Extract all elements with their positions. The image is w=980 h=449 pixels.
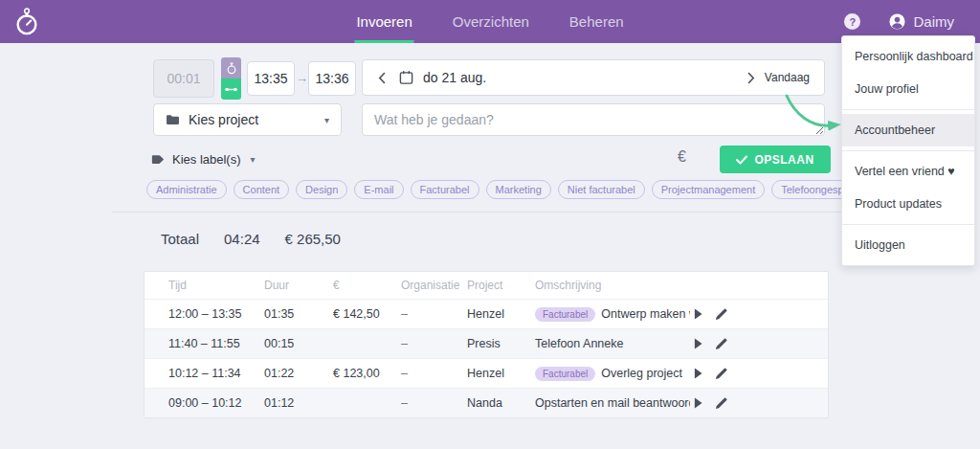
row-actions xyxy=(690,338,727,350)
cell-bedrag: € 142,50 xyxy=(333,307,401,321)
cell-omschrijving: Telefoon Anneke xyxy=(535,337,690,350)
end-time-input[interactable] xyxy=(308,61,356,96)
entries-table: Tijd Duur € Organisatie Project Omschrij… xyxy=(144,271,829,418)
project-select-label: Kies project xyxy=(189,112,258,127)
total-amount: € 265,50 xyxy=(285,231,341,247)
total-duration: 04:24 xyxy=(224,231,260,247)
labels-dropdown-label: Kies label(s) xyxy=(172,152,241,167)
totals-label: Totaal xyxy=(161,231,199,247)
play-icon[interactable] xyxy=(694,368,702,379)
tab-overzichten[interactable]: Overzichten xyxy=(451,0,531,43)
description-text: Overleg project xyxy=(601,367,682,380)
cell-tijd: 11:40 – 11:55 xyxy=(145,337,264,350)
col-header-organisatie: Organisatie xyxy=(401,279,467,292)
folder-icon xyxy=(166,114,180,125)
label-pill[interactable]: Niet facturabel xyxy=(558,180,645,199)
stopwatch-logo-icon[interactable] xyxy=(13,7,40,40)
menu-item-jouw-profiel[interactable]: Jouw profiel xyxy=(842,73,974,105)
cell-tijd: 12:00 – 13:35 xyxy=(145,307,264,321)
cell-project: Henzel xyxy=(467,367,535,380)
cell-organisatie: – xyxy=(401,337,467,350)
current-date-label[interactable]: do 21 aug. xyxy=(423,70,486,85)
calendar-icon xyxy=(399,70,413,85)
edit-icon[interactable] xyxy=(715,308,727,321)
today-button[interactable]: Vandaag xyxy=(765,71,824,84)
label-options-row: Administratie Content Design E-mail Fact… xyxy=(146,180,759,199)
timer-display: 00:01 xyxy=(153,59,214,98)
description-text: Ontwerp maken we... xyxy=(601,307,690,321)
section-divider xyxy=(112,212,868,213)
cell-organisatie: – xyxy=(401,396,467,410)
cell-duur: 01:12 xyxy=(264,396,333,410)
col-header-euro: € xyxy=(333,279,401,292)
menu-item-persoonlijk-dashboard[interactable]: Persoonlijk dashboard xyxy=(842,40,974,73)
time-mode-toggle[interactable] xyxy=(221,57,241,100)
start-time-input[interactable] xyxy=(247,61,295,96)
menu-item-accountbeheer[interactable]: Accountbeheer xyxy=(842,114,974,146)
cell-project: Presis xyxy=(467,337,535,350)
label-pill[interactable]: Marketing xyxy=(486,180,551,199)
user-name: Daimy xyxy=(913,13,954,30)
label-pill[interactable]: E-mail xyxy=(354,180,403,199)
cell-duur: 01:35 xyxy=(264,307,333,321)
totals-row: Totaal 04:24 € 265,50 xyxy=(161,231,341,247)
cell-bedrag: € 123,00 xyxy=(333,367,401,380)
help-icon[interactable]: ? xyxy=(844,13,860,30)
cell-organisatie: – xyxy=(401,367,467,380)
table-row: 11:40 – 11:55 00:15 – Presis Telefoon An… xyxy=(145,328,828,358)
description-text: Opstarten en mail beantwoord... xyxy=(535,396,690,410)
menu-item-uitloggen[interactable]: Uitloggen xyxy=(842,229,974,261)
label-pill[interactable]: Projectmanagement xyxy=(652,180,765,199)
label-pill[interactable]: Facturabel xyxy=(411,180,479,199)
main-nav: Invoeren Overzichten Beheren xyxy=(354,0,625,43)
facturabel-badge: Facturabel xyxy=(535,367,595,381)
table-row: 09:00 – 10:12 01:12 – Nanda Opstarten en… xyxy=(145,388,828,417)
label-pill[interactable]: Content xyxy=(234,180,290,199)
cell-tijd: 09:00 – 10:12 xyxy=(145,396,264,410)
cell-duur: 00:15 xyxy=(264,337,333,350)
menu-item-vertel-een-vriend[interactable]: Vertel een vriend ♥ xyxy=(842,155,974,188)
label-pill[interactable]: Design xyxy=(296,180,347,199)
user-avatar-icon xyxy=(889,13,905,30)
col-header-omschrijving: Omschrijving xyxy=(535,279,690,292)
currency-symbol: € xyxy=(678,148,686,166)
chevron-down-icon: ▾ xyxy=(324,115,329,125)
save-button-label: OPSLAAN xyxy=(754,153,813,167)
play-icon[interactable] xyxy=(694,338,702,349)
time-range-mode-icon[interactable] xyxy=(221,79,241,100)
cell-project: Henzel xyxy=(467,307,535,321)
date-picker: do 21 aug. Vandaag xyxy=(362,59,825,96)
tab-beheren[interactable]: Beheren xyxy=(568,0,626,43)
label-pill[interactable]: Administratie xyxy=(146,180,227,199)
menu-divider xyxy=(842,109,974,110)
table-row: 12:00 – 13:35 01:35 € 142,50 – Henzel Fa… xyxy=(145,299,828,328)
facturabel-badge: Facturabel xyxy=(535,307,595,322)
play-icon[interactable] xyxy=(694,308,702,320)
tab-invoeren[interactable]: Invoeren xyxy=(354,0,413,43)
app-header: Invoeren Overzichten Beheren ? Daimy xyxy=(0,0,980,43)
cell-tijd: 10:12 – 11:34 xyxy=(145,367,264,380)
project-select[interactable]: Kies project ▾ xyxy=(153,103,342,136)
cell-omschrijving: Facturabel Overleg project xyxy=(535,367,690,381)
table-row: 10:12 – 11:34 01:22 € 123,00 – Henzel Fa… xyxy=(145,358,828,388)
previous-day-icon[interactable] xyxy=(363,72,399,84)
edit-icon[interactable] xyxy=(715,397,727,410)
time-arrow-icon: → xyxy=(296,71,308,85)
save-button[interactable]: OPSLAAN xyxy=(720,146,831,173)
menu-item-product-updates[interactable]: Product updates xyxy=(842,188,974,220)
cell-duur: 01:22 xyxy=(264,367,333,380)
row-actions xyxy=(690,368,727,380)
chevron-down-icon: ▾ xyxy=(251,154,256,165)
play-icon[interactable] xyxy=(694,397,702,409)
next-day-icon[interactable] xyxy=(738,72,765,84)
table-header-row: Tijd Duur € Organisatie Project Omschrij… xyxy=(145,272,828,299)
edit-icon[interactable] xyxy=(715,338,727,350)
edit-icon[interactable] xyxy=(715,368,727,380)
stopwatch-mode-icon[interactable] xyxy=(221,57,241,79)
cell-organisatie: – xyxy=(401,307,467,321)
labels-dropdown-button[interactable]: Kies label(s) ▾ xyxy=(151,152,256,167)
col-header-duur: Duur xyxy=(264,279,333,292)
user-menu-button[interactable]: Daimy xyxy=(889,13,954,30)
description-input[interactable] xyxy=(362,103,825,136)
row-actions xyxy=(690,397,727,410)
